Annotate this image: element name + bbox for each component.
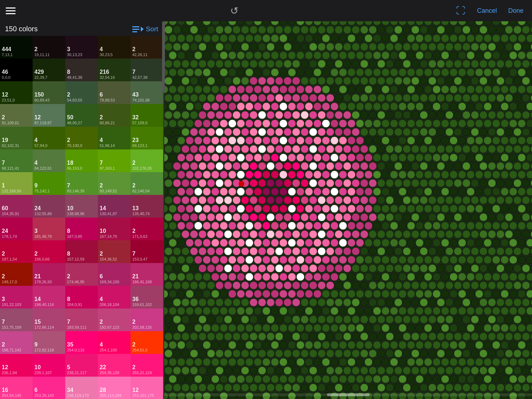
color-cell[interactable]: 5048,90,27 xyxy=(65,104,98,127)
color-cell[interactable]: 10239,1,107 xyxy=(33,354,65,377)
undo-icon[interactable]: ↺ xyxy=(228,4,240,17)
color-cell[interactable]: 430,23,5 xyxy=(98,36,131,59)
color-cell[interactable]: 21186,41,108 xyxy=(131,263,163,286)
bottom-scrollbar[interactable] xyxy=(164,393,532,396)
color-cell[interactable]: 4374,101,68 xyxy=(131,81,163,104)
color-cell[interactable]: 21178,26,93 xyxy=(33,263,65,286)
menu-icon[interactable] xyxy=(6,7,16,14)
done-button[interactable]: Done xyxy=(505,6,526,16)
color-cell[interactable]: 2198,71,142 xyxy=(0,331,33,354)
color-cell[interactable]: 5238,21,117 xyxy=(65,354,98,377)
color-cell[interactable]: 60154,35,91 xyxy=(0,195,33,218)
color-cell[interactable]: 1223,51,0 xyxy=(0,81,33,104)
color-cell[interactable]: 14130,41,87 xyxy=(98,195,131,218)
color-cell[interactable]: 42922,39,7 xyxy=(33,59,65,81)
color-cell[interactable]: 219,11,11 xyxy=(33,36,65,59)
color-cell[interactable]: 3181,46,79 xyxy=(33,218,65,240)
color-cell[interactable]: 2174,46,95 xyxy=(65,263,98,286)
color-cell[interactable]: 849,41,38 xyxy=(65,59,98,81)
color-cell[interactable]: 15060,89,43 xyxy=(33,81,65,104)
color-cell[interactable]: 34238,119,173 xyxy=(65,377,98,399)
color-cell[interactable]: 242,26,11 xyxy=(131,36,163,59)
mosaic-panel[interactable] xyxy=(164,21,532,399)
color-grid: 4447,13,1219,11,11330,13,23430,23,5242,2… xyxy=(0,36,163,399)
color-cell[interactable]: 2202,58,135 xyxy=(131,308,163,331)
color-cell[interactable]: 24132,55,89 xyxy=(33,195,65,218)
color-cell[interactable]: 4206,18,104 xyxy=(98,286,131,308)
color-cell[interactable]: 768,121,41 xyxy=(0,149,33,172)
color-cell[interactable]: 678,88,53 xyxy=(98,81,131,104)
color-cell[interactable]: 8204,0,91 xyxy=(65,286,98,308)
color-cell[interactable]: 2369,123,1 xyxy=(131,127,163,149)
header-right: ⛶ Cancel Done xyxy=(453,3,526,18)
color-cell[interactable]: 1962,102,31 xyxy=(0,127,33,149)
color-grid-container[interactable]: 4447,13,1219,11,11330,13,23430,23,5242,2… xyxy=(0,36,163,399)
color-cell[interactable]: 742,57,38 xyxy=(131,59,163,81)
color-cell[interactable]: 484,122,61 xyxy=(33,149,65,172)
color-cell[interactable]: 2254,51,0 xyxy=(131,331,163,354)
svg-rect-2 xyxy=(132,31,137,32)
color-cell[interactable]: 14198,40,116 xyxy=(33,286,65,308)
color-cell[interactable]: 460,0,0 xyxy=(0,59,33,81)
color-cell[interactable]: 6253,39,143 xyxy=(33,377,65,399)
color-cell[interactable]: 254,83,55 xyxy=(65,81,98,104)
color-cell[interactable]: 291,109,61 xyxy=(0,104,33,127)
color-cell[interactable]: 3191,22,103 xyxy=(0,286,33,308)
color-cell[interactable]: 12253,101,175 xyxy=(131,377,163,399)
color-cell[interactable]: 3257,109,0 xyxy=(131,104,163,127)
color-cell[interactable]: 2102,176,35 xyxy=(131,149,163,172)
resize-icon[interactable]: ⛶ xyxy=(453,3,469,18)
color-cell[interactable]: 4254,1,100 xyxy=(98,331,131,354)
color-cell[interactable]: 2255,21,124 xyxy=(131,354,163,377)
color-cell[interactable]: 8157,12,59 xyxy=(65,240,98,263)
color-cell[interactable]: 10138,68,96 xyxy=(65,195,98,218)
color-cell[interactable]: 2187,1,54 xyxy=(0,240,33,263)
color-cell[interactable]: 22254,35,129 xyxy=(98,354,131,377)
color-cell[interactable]: 15172,66,114 xyxy=(33,308,65,331)
color-cell[interactable]: 2154,36,52 xyxy=(98,240,131,263)
color-cell[interactable]: 1132,166,56 xyxy=(0,172,33,195)
sort-icon xyxy=(132,25,144,33)
color-cell[interactable]: 293,149,52 xyxy=(98,172,131,195)
color-cell[interactable]: 270,100,0 xyxy=(65,127,98,149)
color-cell[interactable]: 7153,0,47 xyxy=(131,240,163,263)
left-panel: 150 colors Sort 4447,13,1219,11,11330,13… xyxy=(0,21,163,399)
scroll-handle[interactable] xyxy=(162,21,165,92)
app-header: ↺ ⛶ Cancel Done xyxy=(0,0,532,21)
sort-label: Sort xyxy=(146,25,158,33)
color-cell[interactable]: 2149,17,0 xyxy=(0,263,33,286)
color-cell[interactable]: 12236,1,94 xyxy=(0,354,33,377)
color-cell[interactable]: 1886,153,0 xyxy=(65,149,98,172)
color-cell[interactable]: 16254,54,145 xyxy=(0,377,33,399)
color-cell[interactable]: 7152,75,109 xyxy=(0,308,33,331)
color-cell[interactable]: 2192,67,123 xyxy=(98,308,131,331)
color-cell[interactable]: 35254,0,116 xyxy=(65,331,98,354)
svg-rect-0 xyxy=(132,26,139,27)
color-cell[interactable]: 7183,59,111 xyxy=(65,308,98,331)
color-cell[interactable]: 21632,54,16 xyxy=(98,59,131,81)
color-cell[interactable]: 975,142,1 xyxy=(33,172,65,195)
color-cell[interactable]: 36159,61,102 xyxy=(131,286,163,308)
color-cell[interactable]: 2171,0,62 xyxy=(131,218,163,240)
color-cell[interactable]: 28255,114,184 xyxy=(98,377,131,399)
svg-marker-3 xyxy=(141,27,144,32)
color-cell[interactable]: 282,140,54 xyxy=(131,172,163,195)
color-cell[interactable]: 10167,14,70 xyxy=(98,218,131,240)
color-cell[interactable]: 4447,13,1 xyxy=(0,36,33,59)
color-cell[interactable]: 797,163,1 xyxy=(98,149,131,172)
sort-button[interactable]: Sort xyxy=(132,25,158,33)
color-cell[interactable]: 24178,1,74 xyxy=(0,218,33,240)
color-cell[interactable]: 2196,0,66 xyxy=(33,240,65,263)
color-cell[interactable]: 8187,0,85 xyxy=(65,218,98,240)
color-cell[interactable]: 330,13,23 xyxy=(65,36,98,59)
scrollbar-thumb xyxy=(327,393,370,396)
color-cell[interactable]: 457,94,0 xyxy=(33,127,65,149)
color-cell[interactable]: 13135,40,74 xyxy=(131,195,163,218)
color-cell[interactable]: 1287,118,87 xyxy=(33,104,65,127)
color-cell[interactable]: 451,96,14 xyxy=(98,127,131,149)
color-cell[interactable]: 9172,82,118 xyxy=(33,331,65,354)
color-cell[interactable]: 783,146,39 xyxy=(65,172,98,195)
cancel-button[interactable]: Cancel xyxy=(474,6,500,16)
color-cell[interactable]: 6169,34,100 xyxy=(98,263,131,286)
color-cell[interactable]: 260,86,21 xyxy=(98,104,131,127)
